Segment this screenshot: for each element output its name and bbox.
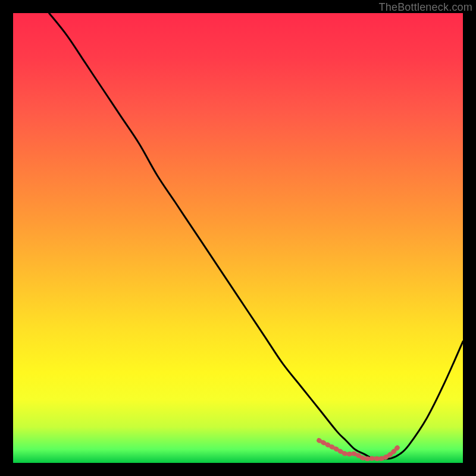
bottleneck-curve-path [49, 13, 464, 459]
optimal-region-path [319, 440, 400, 459]
chart-container: TheBottleneck.com [0, 0, 476, 476]
watermark-text: TheBottleneck.com [379, 1, 472, 14]
curve-layer [13, 13, 463, 463]
plot-area [13, 13, 463, 463]
